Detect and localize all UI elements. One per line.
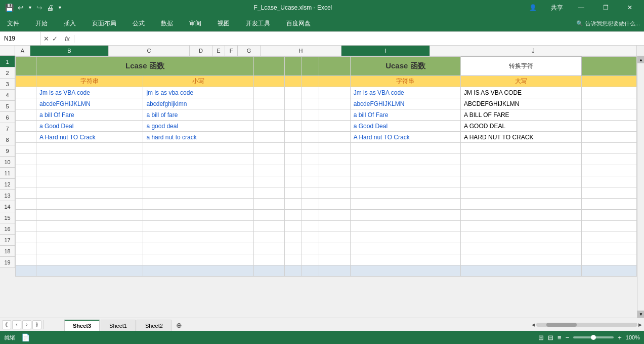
- cell-c7[interactable]: a hard nut to crack: [143, 132, 253, 143]
- vertical-scrollbar[interactable]: ▲ ▼: [637, 56, 644, 318]
- confirm-formula-icon[interactable]: ✓: [52, 35, 58, 43]
- cell-f6[interactable]: [302, 121, 319, 132]
- cell-d3[interactable]: [253, 87, 284, 98]
- cell-a4[interactable]: [16, 98, 36, 109]
- cancel-formula-icon[interactable]: ✕: [44, 35, 49, 43]
- convert-button[interactable]: 转换字符: [461, 57, 582, 76]
- cell-g5[interactable]: [319, 109, 350, 121]
- cell-a7[interactable]: [16, 132, 36, 143]
- share-button[interactable]: 共享: [547, 0, 567, 15]
- cell-b6[interactable]: a Good Deal: [36, 121, 143, 132]
- cell-g4[interactable]: [319, 98, 350, 109]
- h-scroll-left[interactable]: ◀: [532, 322, 535, 327]
- cell-c6[interactable]: a good deal: [143, 121, 253, 132]
- cell-d2[interactable]: [253, 76, 284, 87]
- cell-e6[interactable]: [285, 121, 302, 132]
- cell-f4[interactable]: [302, 98, 319, 109]
- minimize-button[interactable]: —: [571, 0, 591, 15]
- col-header-b[interactable]: B: [30, 46, 109, 56]
- cell-g7[interactable]: [319, 132, 350, 143]
- cell-d4[interactable]: [253, 98, 284, 109]
- undo-icon[interactable]: ↩: [17, 3, 25, 13]
- ribbon-data[interactable]: 数据: [158, 17, 176, 30]
- cell-h5[interactable]: a bill Of Fare: [350, 109, 460, 121]
- undo-dropdown-icon[interactable]: ▼: [27, 4, 33, 11]
- cell-a3[interactable]: [16, 87, 36, 98]
- print-preview-icon[interactable]: 🖨: [46, 3, 55, 13]
- cell-a5[interactable]: [16, 109, 36, 121]
- cell-g1[interactable]: [319, 57, 350, 76]
- tab-nav-prev[interactable]: ‹: [12, 320, 21, 329]
- user-icon[interactable]: 👤: [523, 0, 543, 15]
- normal-view-icon[interactable]: ⊞: [538, 334, 544, 341]
- sheet-tab-sheet3[interactable]: Sheet3: [64, 320, 100, 331]
- cell-b5[interactable]: a bill Of Fare: [36, 109, 143, 121]
- h-scrollbar-track[interactable]: [536, 323, 637, 327]
- cell-f2[interactable]: [302, 76, 319, 87]
- cell-f7[interactable]: [302, 132, 319, 143]
- cell-b3[interactable]: Jm is as VBA code: [36, 87, 143, 98]
- ribbon-view[interactable]: 视图: [214, 17, 233, 30]
- cell-g2[interactable]: [319, 76, 350, 87]
- cell-c2-lowercase[interactable]: 小写: [143, 76, 253, 87]
- col-header-d[interactable]: D: [190, 46, 212, 56]
- col-header-a[interactable]: A: [15, 46, 30, 56]
- cell-j5[interactable]: [581, 109, 636, 121]
- formula-input[interactable]: [74, 35, 644, 42]
- ribbon-insert[interactable]: 插入: [61, 17, 79, 30]
- cell-h4[interactable]: abcdeFGHIJKLMN: [350, 98, 460, 109]
- cell-i6[interactable]: A GOOD DEAL: [461, 121, 582, 132]
- cell-j1[interactable]: [581, 57, 636, 76]
- cell-h3[interactable]: Jm is as VBA code: [350, 87, 460, 98]
- cell-f1[interactable]: [302, 57, 319, 76]
- redo-icon[interactable]: ↪: [35, 3, 44, 13]
- cell-e7[interactable]: [285, 132, 302, 143]
- cell-c5[interactable]: a bill of fare: [143, 109, 253, 121]
- cell-i2-uppercase[interactable]: 大写: [461, 76, 582, 87]
- cell-e4[interactable]: [285, 98, 302, 109]
- zoom-out-icon[interactable]: −: [566, 334, 570, 341]
- cell-e5[interactable]: [285, 109, 302, 121]
- ribbon-page-layout[interactable]: 页面布局: [89, 17, 119, 30]
- scroll-up-btn[interactable]: ▲: [637, 56, 644, 63]
- ribbon-baidu[interactable]: 百度网盘: [283, 17, 314, 30]
- cell-i3[interactable]: JM IS AS VBA CODE: [461, 87, 582, 98]
- cell-b4[interactable]: abcdeFGHIJKLMN: [36, 98, 143, 109]
- ribbon-formula[interactable]: 公式: [130, 17, 148, 30]
- tab-nav-first[interactable]: ⟪: [2, 320, 11, 329]
- cell-d5[interactable]: [253, 109, 284, 121]
- col-header-c[interactable]: C: [109, 46, 190, 56]
- col-header-f[interactable]: F: [225, 46, 238, 56]
- cell-a8[interactable]: [16, 143, 36, 154]
- col-header-h[interactable]: H: [261, 46, 341, 56]
- cell-a2[interactable]: [16, 76, 36, 87]
- cell-b1-lcase[interactable]: Lcase 函数: [36, 57, 253, 76]
- h-scroll-right[interactable]: ▶: [638, 322, 642, 327]
- add-sheet-button[interactable]: ⊕: [173, 320, 186, 331]
- col-header-i[interactable]: I: [341, 46, 430, 56]
- cell-f5[interactable]: [302, 109, 319, 121]
- cell-j7[interactable]: [581, 132, 636, 143]
- page-break-view-icon[interactable]: ≡: [557, 334, 562, 341]
- col-header-e[interactable]: E: [212, 46, 225, 56]
- cell-a1[interactable]: [16, 57, 36, 76]
- cell-h7[interactable]: A Hard nut TO Crack: [350, 132, 460, 143]
- cell-j6[interactable]: [581, 121, 636, 132]
- cell-h2-string[interactable]: 字符串: [350, 76, 460, 87]
- ribbon-developer[interactable]: 开发工具: [243, 17, 273, 30]
- cell-d7[interactable]: [253, 132, 284, 143]
- col-header-j[interactable]: J: [430, 46, 637, 56]
- cell-g3[interactable]: [319, 87, 350, 98]
- cell-j4[interactable]: [581, 98, 636, 109]
- cell-j2[interactable]: [581, 76, 636, 87]
- maximize-button[interactable]: ❐: [595, 0, 616, 15]
- cell-d6[interactable]: [253, 121, 284, 132]
- cell-a6[interactable]: [16, 121, 36, 132]
- tab-nav-next[interactable]: ›: [22, 320, 31, 329]
- cell-i5[interactable]: A BILL OF FARE: [461, 109, 582, 121]
- cell-e1[interactable]: [285, 57, 302, 76]
- cell-i4[interactable]: ABCDEFGHIJKLMN: [461, 98, 582, 109]
- cell-c3[interactable]: jm is as vba code: [143, 87, 253, 98]
- cell-reference-box[interactable]: N19: [0, 32, 40, 45]
- save-icon[interactable]: 💾: [4, 3, 15, 13]
